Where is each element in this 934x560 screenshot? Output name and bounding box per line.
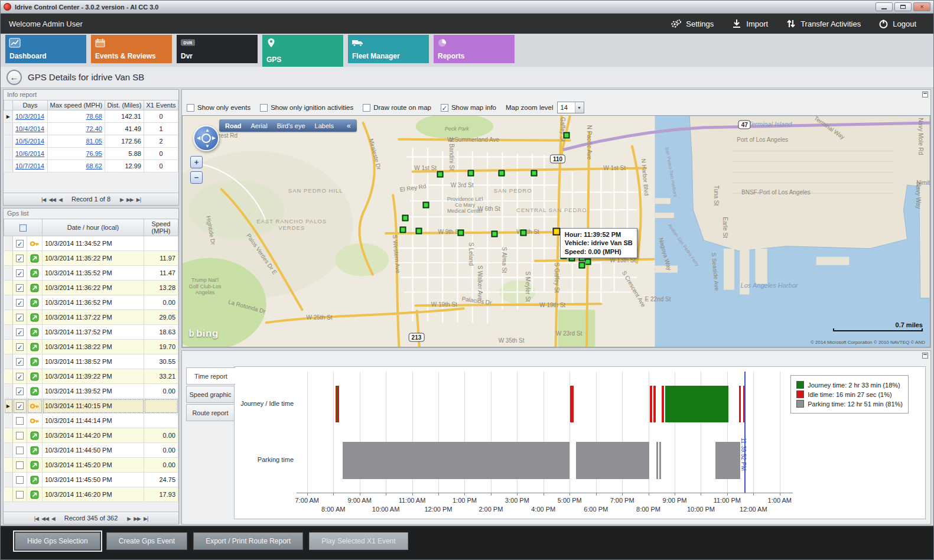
export-print-route-report-button[interactable]: Export / Print Route Report	[193, 532, 303, 550]
column-header-x1-events[interactable]: X1 Events	[144, 100, 178, 110]
pager-prev-button[interactable]: |◀	[41, 197, 45, 203]
gps-row-checkbox[interactable]	[16, 417, 24, 425]
current-position-marker[interactable]	[552, 227, 560, 235]
map-option-show-only-events[interactable]: Show only events	[187, 104, 250, 112]
chart-tab-time-report[interactable]: Time report	[186, 367, 236, 385]
gps-row[interactable]: ✓10/3/2014 11:38:22 PM19.70	[4, 340, 178, 354]
menu-action-logout[interactable]: Logout	[870, 14, 925, 34]
gps-track-marker[interactable]	[578, 262, 585, 268]
tab-fleet-manager[interactable]: Fleet Manager	[348, 35, 429, 63]
expand-chart-panel-icon[interactable]	[922, 353, 928, 359]
day-link[interactable]: 10/4/2014	[15, 125, 44, 132]
day-link[interactable]: 10/3/2014	[15, 113, 44, 120]
pager-prev-button[interactable]: ◀◀	[48, 197, 56, 203]
play-selected-x1-event-button[interactable]: Play Selected X1 Event	[309, 532, 408, 550]
map-canvas[interactable]: Peck ParkCrest RdW Summerland AveMirales…	[182, 115, 930, 347]
map-style-labels[interactable]: Labels	[315, 122, 334, 129]
menu-action-settings[interactable]: Settings	[662, 14, 723, 34]
gps-row[interactable]: ✓10/3/2014 11:34:52 PM	[4, 236, 178, 251]
gps-row-checkbox[interactable]: ✓	[16, 328, 24, 336]
map-option-show-map-info[interactable]: ✓Show map info	[441, 104, 496, 112]
pager-next-button[interactable]: ▶▶	[134, 516, 141, 522]
gps-row-checkbox[interactable]: ✓	[16, 284, 24, 292]
gps-row-checkbox[interactable]: ✓	[16, 402, 24, 410]
gps-track-marker[interactable]	[584, 258, 591, 265]
gps-row[interactable]: ✓10/3/2014 11:36:52 PM0.00	[4, 295, 178, 310]
map-style-road[interactable]: Road	[225, 122, 242, 129]
checkbox-icon[interactable]: ✓	[441, 104, 448, 112]
gps-row[interactable]: 10/3/2014 11:45:20 PM0.00	[4, 458, 178, 473]
gps-track-marker[interactable]	[491, 230, 497, 237]
max-speed-link[interactable]: 68.62	[86, 162, 102, 170]
gps-row[interactable]: ✓10/3/2014 11:35:52 PM11.47	[4, 266, 178, 281]
gps-row-checkbox[interactable]: ✓	[16, 314, 24, 321]
zoom-out-button[interactable]: −	[190, 171, 203, 184]
gps-row-checkbox[interactable]: ✓	[16, 299, 24, 307]
collapse-stylebar-icon[interactable]: «	[347, 122, 351, 130]
gps-row[interactable]: ✓10/3/2014 11:36:22 PM13.28	[4, 281, 178, 295]
pager-next-button[interactable]: ▶▶	[126, 197, 134, 203]
gps-row[interactable]: 10/3/2014 11:44:20 PM0.00	[4, 428, 178, 443]
gps-row-checkbox[interactable]: ✓	[16, 373, 24, 380]
day-link[interactable]: 10/7/2014	[15, 162, 44, 170]
map-option-show-only-ignition-activities[interactable]: Show only ignition activities	[260, 104, 353, 112]
tab-gps[interactable]: GPS	[262, 35, 343, 67]
gps-row[interactable]: ✓10/3/2014 11:35:22 PM11.97	[4, 251, 178, 266]
gps-row-checkbox[interactable]	[16, 432, 24, 439]
gps-row[interactable]: ✓10/3/2014 11:39:22 PM33.21	[4, 369, 178, 384]
gps-row[interactable]: 10/3/2014 11:44:14 PM	[4, 414, 178, 428]
checkbox-icon[interactable]	[187, 104, 194, 112]
map-style-aerial[interactable]: Aerial	[251, 122, 268, 129]
gps-row-checkbox[interactable]: ✓	[16, 269, 24, 277]
gps-row[interactable]: 10/3/2014 11:46:20 PM17.93	[4, 487, 178, 502]
gps-row-checkbox[interactable]: ✓	[16, 240, 24, 248]
gps-track-marker[interactable]	[520, 229, 526, 236]
gps-track-marker[interactable]	[402, 215, 408, 222]
gps-row[interactable]: ✓10/3/2014 11:37:52 PM18.63	[4, 325, 178, 340]
back-button[interactable]: ←	[6, 70, 22, 85]
gps-track-marker[interactable]	[423, 202, 429, 209]
pager-prev-button[interactable]: ◀	[58, 197, 62, 203]
tab-dashboard[interactable]: Dashboard	[5, 35, 86, 63]
gps-row-checkbox[interactable]	[16, 461, 24, 469]
map-option-draw-route-on-map[interactable]: Draw route on map	[363, 104, 431, 112]
map-compass-control[interactable]: ▲ ▼ ◀ ▶	[193, 125, 219, 151]
menu-action-transfer-activities[interactable]: Transfer Activities	[777, 14, 870, 34]
gps-track-marker[interactable]	[468, 170, 474, 177]
menu-action-import[interactable]: Import	[723, 14, 777, 34]
gps-track-marker[interactable]	[415, 228, 422, 235]
pager-prev-button[interactable]: |◀	[34, 516, 38, 522]
map-style-bird-s-eye[interactable]: Bird's eye	[277, 122, 305, 129]
tab-events-reviews[interactable]: Events & Reviews	[91, 35, 172, 63]
chart-tab-route-report[interactable]: Route report	[186, 404, 235, 421]
gps-track-marker[interactable]	[457, 229, 464, 236]
gps-row[interactable]: ✓10/3/2014 11:38:52 PM30.55	[4, 354, 178, 369]
tab-dvr[interactable]: DVRDvr	[177, 35, 258, 63]
zoom-in-button[interactable]: +	[190, 156, 203, 168]
hide-gps-selection-button[interactable]: Hide Gps Selection	[15, 532, 100, 550]
create-gps-event-button[interactable]: Create Gps Event	[106, 532, 187, 550]
column-header-days[interactable]: Days	[13, 100, 48, 110]
gps-row-checkbox[interactable]	[16, 476, 24, 484]
close-button[interactable]: ×	[913, 2, 930, 11]
gps-track-marker[interactable]	[499, 170, 505, 177]
pager-prev-button[interactable]: ◀	[51, 516, 55, 522]
gps-row[interactable]: ✓10/3/2014 11:39:52 PM0.00	[4, 384, 178, 399]
gps-track-marker[interactable]	[437, 171, 444, 177]
gps-row[interactable]: 10/3/2014 11:45:50 PM24.75	[4, 473, 178, 487]
column-header-date-hour[interactable]: Date / hour (local)	[43, 219, 144, 236]
gps-row-checkbox[interactable]	[16, 491, 24, 499]
gps-row[interactable]: ▶✓10/3/2014 11:40:15 PM	[4, 399, 178, 414]
gps-row-checkbox[interactable]: ✓	[16, 358, 24, 366]
gps-track-marker[interactable]	[531, 170, 537, 177]
pager-next-button[interactable]: ▶	[120, 197, 123, 203]
select-all-header[interactable]	[4, 219, 43, 236]
table-row[interactable]: 10/4/201472.4041.491	[4, 123, 178, 135]
pager-next-button[interactable]: ▶|	[136, 197, 141, 203]
max-speed-link[interactable]: 76.95	[86, 150, 102, 157]
max-speed-link[interactable]: 72.40	[86, 125, 102, 132]
pager-next-button[interactable]: ▶	[127, 516, 131, 522]
day-link[interactable]: 10/6/2014	[15, 150, 44, 157]
column-header-dist-miles[interactable]: Dist. (Miles)	[105, 100, 144, 110]
gps-track-marker[interactable]	[564, 132, 570, 138]
